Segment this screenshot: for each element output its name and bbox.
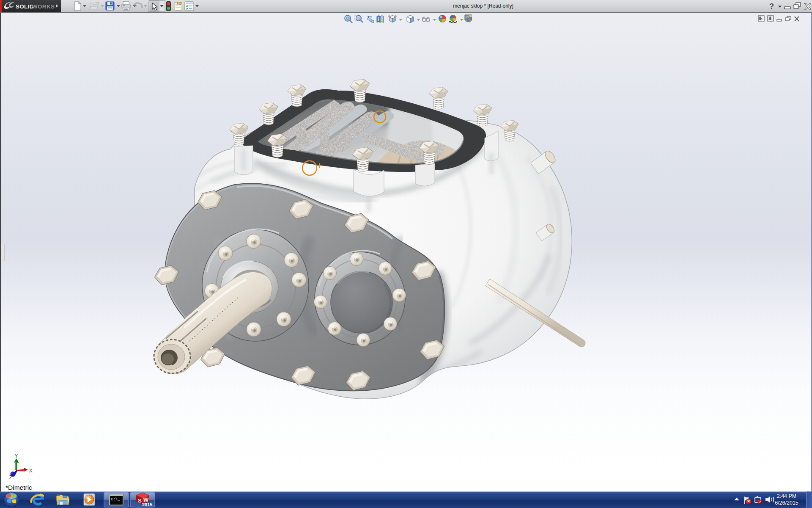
svg-text:Z: Z xyxy=(9,475,13,480)
svg-text:X: X xyxy=(29,468,32,474)
svg-text:Y: Y xyxy=(14,453,18,459)
